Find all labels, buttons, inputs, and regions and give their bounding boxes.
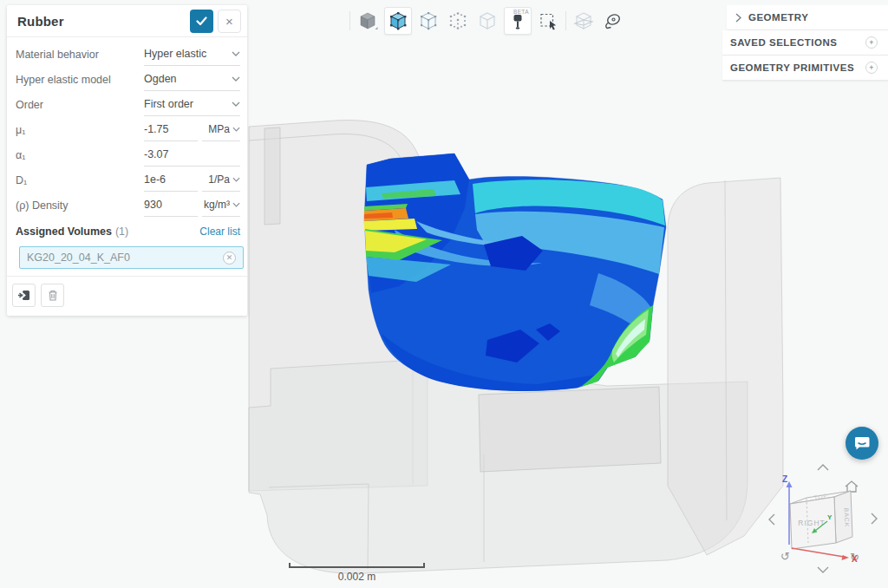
- navigation-cube-widget[interactable]: ↺ ↻ RIGHT BACK TOP Z X Y: [753, 455, 888, 585]
- d1-unit-select[interactable]: 1/Pa: [202, 169, 240, 192]
- select-volume-solid-icon: [357, 10, 378, 31]
- saved-selections-section[interactable]: SAVED SELECTIONS +: [722, 30, 888, 56]
- select-volume-active-button[interactable]: [384, 7, 412, 35]
- roll-ccw-button[interactable]: ↺: [780, 550, 790, 563]
- select-vertex-button[interactable]: [443, 8, 473, 34]
- scale-bar-line: [289, 563, 425, 568]
- chat-bubble-icon: [854, 436, 870, 451]
- home-view-button[interactable]: [846, 481, 858, 492]
- view-cube[interactable]: RIGHT BACK TOP: [790, 491, 852, 549]
- rotate-up-chevron[interactable]: [818, 465, 828, 470]
- clip-plane-icon: [573, 10, 594, 31]
- support-chat-button[interactable]: [846, 427, 878, 460]
- unit-value: 1/Pa: [208, 173, 230, 186]
- field-label: D₁: [16, 174, 144, 186]
- density-unit-select[interactable]: kg/m³: [202, 194, 240, 217]
- geometry-primitives-label: GEOMETRY PRIMITIVES: [730, 62, 854, 73]
- chevron-down-icon: [232, 101, 240, 107]
- hyper-elastic-model-select[interactable]: Ogden: [144, 69, 240, 91]
- geometry-primitives-section[interactable]: GEOMETRY PRIMITIVES +: [722, 56, 888, 81]
- clear-list-link[interactable]: Clear list: [199, 225, 240, 238]
- field-material-behavior: Material behavior Hyper elastic: [16, 42, 240, 67]
- rotate-down-chevron[interactable]: [818, 567, 828, 572]
- field-d1: D₁ 1e-6 1/Pa: [16, 167, 240, 193]
- d1-input[interactable]: 1e-6: [144, 169, 198, 192]
- material-panel-header: Rubber ×: [7, 5, 247, 37]
- alpha1-input[interactable]: -3.07: [144, 144, 240, 167]
- cancel-button[interactable]: ×: [218, 10, 241, 33]
- assigned-volume-item[interactable]: KG20_20_04_K_AF0 ✕: [19, 246, 244, 269]
- material-panel: Rubber × Material behavior Hyper elastic: [7, 5, 247, 316]
- select-body-disabled-button[interactable]: [473, 8, 502, 34]
- select-face-icon: [418, 10, 439, 31]
- chevron-down-icon: [232, 127, 240, 132]
- field-alpha1: α₁ -3.07: [16, 142, 240, 167]
- chevron-down-icon: [232, 202, 240, 207]
- field-label: Order: [16, 99, 144, 111]
- chevron-down-icon: [232, 51, 240, 56]
- select-body-disabled-icon: [477, 10, 498, 31]
- chevron-right-icon: [735, 13, 741, 23]
- select-face-button[interactable]: [414, 8, 443, 34]
- select-volume-active-icon: [388, 10, 408, 31]
- field-label: Material behavior: [16, 49, 144, 61]
- chevron-down-icon: [232, 177, 240, 182]
- geometry-section[interactable]: GEOMETRY: [727, 5, 888, 30]
- field-label: Hyper elastic model: [16, 74, 144, 86]
- assigned-volumes-header: Assigned Volumes (1) Clear list: [16, 219, 240, 244]
- box-select-button[interactable]: [533, 8, 563, 34]
- remove-volume-button[interactable]: ✕: [223, 252, 236, 265]
- contour-result-surface[interactable]: [364, 154, 666, 391]
- add-saved-selection-button[interactable]: +: [865, 36, 878, 49]
- unit-value: MPa: [208, 123, 230, 135]
- probe-point-button[interactable]: BETA: [504, 7, 532, 35]
- mu1-input[interactable]: -1.75: [144, 119, 198, 141]
- select-vertex-icon: [447, 10, 468, 31]
- select-volume-solid-button[interactable]: [353, 8, 382, 34]
- density-input[interactable]: 930: [144, 194, 198, 217]
- clip-plane-button[interactable]: [569, 8, 598, 34]
- material-panel-footer: [7, 276, 247, 316]
- scene-tree-panel: GEOMETRY SAVED SELECTIONS + GEOMETRY PRI…: [722, 5, 888, 81]
- axis-x-label: X: [852, 554, 858, 564]
- volume-name: KG20_20_04_K_AF0: [27, 252, 130, 264]
- select-value: Hyper elastic: [144, 48, 206, 60]
- axis-z-label: Z: [782, 474, 787, 484]
- scale-bar-label: 0.002 m: [289, 571, 425, 583]
- field-hyper-elastic-model: Hyper elastic model Ogden: [16, 67, 240, 92]
- toolbar-separator: [349, 11, 350, 30]
- saved-selections-label: SAVED SELECTIONS: [730, 37, 837, 48]
- material-panel-body: Material behavior Hyper elastic Hyper el…: [7, 37, 247, 269]
- field-mu1: μ₁ -1.75 MPa: [16, 117, 240, 142]
- add-geometry-primitive-button[interactable]: +: [865, 62, 878, 74]
- assign-volume-button[interactable]: [12, 284, 36, 307]
- field-label: μ₁: [16, 124, 144, 136]
- material-behavior-select[interactable]: Hyper elastic: [144, 43, 240, 66]
- field-order: Order First order: [16, 92, 240, 117]
- apply-button[interactable]: [190, 10, 213, 33]
- chevron-down-icon: [232, 76, 240, 82]
- rotate-right-chevron[interactable]: [872, 513, 877, 524]
- measure-tape-button[interactable]: [598, 8, 628, 34]
- field-label: (ρ) Density: [16, 199, 144, 212]
- delete-material-button[interactable]: [41, 284, 64, 307]
- field-density: (ρ) Density 930 kg/m³: [16, 193, 240, 218]
- application-window: Rubber × Material behavior Hyper elastic: [0, 0, 888, 588]
- assign-volume-icon: [17, 289, 31, 303]
- trash-icon: [47, 289, 59, 302]
- rotate-left-chevron[interactable]: [769, 514, 774, 525]
- assigned-volumes-label: Assigned Volumes: [16, 225, 112, 238]
- beta-badge: BETA: [513, 9, 529, 15]
- geometry-section-label: GEOMETRY: [748, 12, 808, 23]
- close-icon: ×: [225, 14, 233, 29]
- unit-value: kg/m³: [204, 199, 230, 211]
- axis-y-label: Y: [827, 513, 832, 521]
- toolbar-separator: [565, 11, 566, 30]
- order-select[interactable]: First order: [144, 94, 240, 116]
- cube-face-back-label[interactable]: BACK: [844, 507, 851, 527]
- mu1-unit-select[interactable]: MPa: [202, 119, 240, 141]
- field-label: α₁: [16, 149, 144, 161]
- probe-point-icon: [507, 12, 528, 33]
- select-value: First order: [144, 98, 193, 110]
- panel-title: Rubber: [17, 14, 64, 29]
